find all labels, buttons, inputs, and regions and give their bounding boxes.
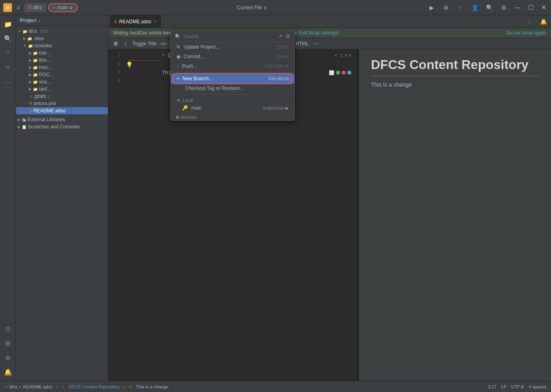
debug-button[interactable]: ⚙ bbox=[441, 2, 451, 13]
dd-push[interactable]: ↑ Push... Ctrl+Shift+K bbox=[171, 61, 294, 71]
tree-item-gitattr[interactable]: ≡ .gitattr... bbox=[16, 93, 108, 100]
git-icon[interactable]: ⑂ bbox=[2, 47, 14, 59]
tree-item-readme[interactable]: A README.adoc bbox=[16, 107, 108, 114]
notifications-tab-button[interactable]: 🔔 bbox=[536, 18, 551, 25]
status-indent[interactable]: 4 spaces bbox=[529, 384, 546, 389]
tree-item-roc[interactable]: ▶ 📁 ROC... bbox=[16, 71, 108, 78]
breadcrumb-icon-1: ⑂ bbox=[62, 384, 65, 389]
tree-item-scratches[interactable]: ▶ 📋 Scratches and Consoles bbox=[16, 123, 108, 130]
current-file-label: Current File ∨ bbox=[237, 5, 267, 10]
search-button[interactable]: 🔍 bbox=[484, 2, 494, 13]
dd-remote-section: ▶ Remote bbox=[171, 112, 294, 120]
hamburger-menu[interactable]: ≡ bbox=[14, 4, 22, 11]
breadcrumb-1[interactable]: DFCS Content Repository bbox=[69, 384, 120, 389]
status-line-ending[interactable]: LF bbox=[501, 384, 506, 389]
maximize-button[interactable]: ☐ bbox=[527, 3, 535, 12]
plugins-icon[interactable]: ⋯ bbox=[2, 75, 14, 88]
bold-button[interactable]: B bbox=[111, 39, 120, 48]
update-icon: ↻ bbox=[176, 44, 180, 50]
tree-item-dfcs[interactable]: ▼ 📁 dfcs C:\U... bbox=[16, 28, 108, 35]
user-button[interactable]: 👤 bbox=[470, 2, 480, 13]
status-git-icon: ⑂ bbox=[5, 384, 8, 389]
status-encoding[interactable]: UTF-8 bbox=[511, 384, 524, 389]
dd-branch-main[interactable]: 🔑 main origin/main ▶ bbox=[171, 104, 294, 112]
breadcrumb-icon-2: ⑂ bbox=[129, 384, 132, 389]
preview-title: DFCS Content Repository bbox=[371, 57, 539, 76]
push-icon: ↑ bbox=[176, 63, 179, 69]
preview-text: This is a change bbox=[371, 80, 539, 89]
html-button[interactable]: HTML bbox=[294, 40, 310, 47]
code-button[interactable]: </> bbox=[159, 39, 168, 48]
tree-item-tanf[interactable]: ▶ 📁 tanf... bbox=[16, 85, 108, 93]
more-tabs-button[interactable]: ⋮ bbox=[523, 18, 536, 25]
tree-item-lihe[interactable]: ▶ 📁 lihe... bbox=[16, 57, 108, 64]
preview-pane: DFCS Content Repository This is a change bbox=[359, 49, 551, 381]
status-position[interactable]: 3:17 bbox=[488, 384, 496, 389]
branch-button[interactable]: ⑂ main ∨ bbox=[48, 3, 78, 12]
tree-item-modules[interactable]: ▼ 📁 modules bbox=[16, 42, 108, 49]
tree-item-mec[interactable]: ▶ 📁 mec... bbox=[16, 64, 108, 71]
branch-search-input[interactable] bbox=[183, 34, 276, 39]
tree-item-idea[interactable]: ▶ 📁 .idea bbox=[16, 35, 108, 42]
project-label: D dfcs bbox=[24, 4, 46, 12]
project-header-label: Project bbox=[20, 18, 36, 23]
commit-icon: ◉ bbox=[176, 54, 180, 59]
app-icon: D bbox=[3, 3, 12, 12]
toolbar-more-button[interactable]: ⋯ bbox=[311, 39, 320, 48]
build-icon[interactable]: ⊞ bbox=[2, 337, 14, 349]
more-menu-button[interactable]: ⋮ bbox=[455, 2, 466, 13]
tree-item-antora[interactable]: Y antora.yml bbox=[16, 100, 108, 107]
editor-tab-readme[interactable]: A README.adoc × bbox=[110, 15, 161, 28]
run-button[interactable]: ▶ bbox=[426, 2, 437, 13]
notifications-icon[interactable]: 🔔 bbox=[2, 366, 14, 378]
dd-new-branch[interactable]: + New Branch... Ctrl+Alt+N bbox=[171, 74, 294, 83]
status-project[interactable]: dfcs bbox=[9, 384, 17, 389]
branch-dropdown-menu: 🔍 ↗ ⚙ ↻ Update Project... Ctrl+T ◉ Commi… bbox=[170, 30, 295, 121]
dd-commit[interactable]: ◉ Commit... Ctrl+K bbox=[171, 52, 294, 61]
settings-button[interactable]: ⚙ bbox=[498, 2, 509, 13]
dd-open-icon[interactable]: ↗ bbox=[278, 33, 282, 39]
dd-checkout-tag[interactable]: Checkout Tag or Revision... bbox=[171, 83, 294, 93]
tree-item-external-libs[interactable]: ▶ 📚 External Libraries bbox=[16, 116, 108, 123]
dd-settings-icon[interactable]: ⚙ bbox=[286, 33, 290, 39]
new-branch-icon: + bbox=[176, 76, 179, 81]
tab-close-button[interactable]: × bbox=[154, 19, 156, 24]
dd-local-section: ▼ Local bbox=[171, 96, 294, 104]
tree-item-sna[interactable]: ▶ 📁 sna... bbox=[16, 78, 108, 85]
toggle-title-button[interactable]: Toggle Title bbox=[131, 40, 158, 47]
project-view-icon[interactable]: 📁 bbox=[2, 18, 14, 30]
minimize-button[interactable]: — bbox=[513, 3, 523, 12]
italic-button[interactable]: I bbox=[121, 39, 130, 48]
breadcrumb-2[interactable]: This is a change bbox=[136, 384, 168, 389]
dd-update-project[interactable]: ↻ Update Project... Ctrl+T bbox=[171, 42, 294, 52]
dismiss-info-link[interactable]: Do not show again bbox=[506, 30, 546, 36]
status-bar: ⑂ dfcs > README.adoc | ⑂ DFCS Content Re… bbox=[0, 381, 551, 392]
run-icon[interactable]: ⊙ bbox=[2, 322, 14, 335]
tree-item-csb[interactable]: ▶ 📁 csb... bbox=[16, 49, 108, 57]
structure-icon[interactable]: ⌗ bbox=[2, 61, 14, 74]
debug-icon[interactable]: ⊛ bbox=[2, 351, 14, 364]
status-path: ⑂ dfcs > README.adoc bbox=[5, 384, 53, 389]
close-button[interactable]: ✕ bbox=[539, 3, 548, 12]
status-file[interactable]: README.adoc bbox=[23, 384, 53, 389]
find-icon[interactable]: 🔍 bbox=[2, 32, 14, 45]
